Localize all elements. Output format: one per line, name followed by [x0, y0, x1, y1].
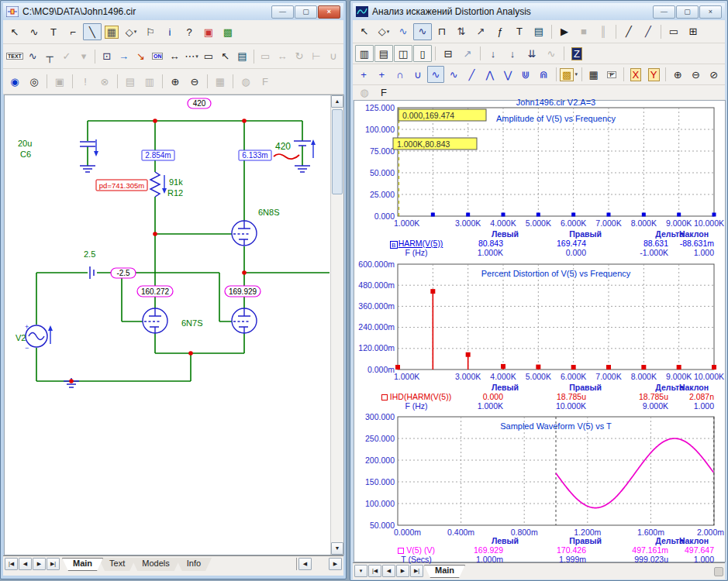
tab-prev-button[interactable]: ◀ [382, 565, 395, 577]
y-range-icon[interactable]: Y [645, 66, 662, 83]
tab-main[interactable]: Main [424, 565, 465, 578]
mode-colors-icon[interactable]: ▩ [219, 23, 237, 40]
low-icon[interactable]: ⋁ [499, 66, 516, 83]
scroll-up-button[interactable]: ▲ [331, 95, 343, 108]
flip-icon[interactable]: ↔ [274, 48, 291, 65]
grid-dots-icon[interactable]: ⋯▾ [183, 48, 199, 65]
wire-mode-icon[interactable]: ∿ [25, 23, 43, 40]
box-region-icon[interactable]: ▦ [211, 73, 229, 90]
line-tool-icon[interactable]: ╲ [83, 23, 102, 40]
repeat-find-icon[interactable]: ◎ [25, 73, 43, 90]
tracker-icon[interactable]: ↗ [458, 45, 477, 62]
zoom-area-icon[interactable]: ⊘ [706, 66, 723, 83]
sphere-icon[interactable]: ◍ [355, 84, 374, 101]
data-points-icon[interactable]: ▦ [585, 66, 602, 83]
cursor-mode-1-icon[interactable]: ↓ [484, 45, 502, 62]
hscroll-right-button[interactable]: ▶ [329, 558, 342, 570]
find-icon[interactable]: ◉ [5, 73, 24, 90]
close-button[interactable]: × [318, 5, 340, 19]
tab-text[interactable]: Text [98, 558, 136, 571]
peak-icon[interactable]: ∩ [391, 66, 408, 83]
close-button[interactable]: × [699, 5, 722, 19]
normalize-z-icon[interactable]: Z [568, 45, 586, 62]
sphere-icon[interactable]: ◍ [236, 73, 255, 90]
step-box-icon[interactable]: ∪ [325, 48, 341, 65]
tube-6n7s-left[interactable] [143, 308, 167, 333]
stop-icon[interactable]: ■ [574, 23, 593, 40]
plot-area[interactable] [398, 417, 714, 525]
tab-prev-button[interactable]: ◀ [19, 558, 32, 570]
pin-state-icon[interactable]: ON [150, 48, 166, 65]
select-tool-icon[interactable]: ↖ [5, 23, 24, 40]
tube-6n8s[interactable] [232, 221, 257, 246]
rotate-icon[interactable]: ↻ [292, 48, 308, 65]
maximize-button[interactable]: ▢ [676, 5, 699, 19]
pin-connections-icon[interactable]: ┬ [42, 48, 58, 65]
cursor-right-icon[interactable]: + [373, 66, 390, 83]
tab-list-button[interactable]: ▾ [354, 565, 367, 577]
global-high-icon[interactable]: ⋒ [535, 66, 552, 83]
current-display-icon[interactable]: → [116, 48, 132, 65]
fourier-icon[interactable]: ƒ [491, 23, 509, 40]
zoom-out-icon[interactable]: ⊖ [687, 66, 704, 83]
select-region-icon[interactable]: ▭ [664, 23, 683, 40]
optimize-icon[interactable]: ↗ [471, 23, 490, 40]
check-icon[interactable]: ✓ [59, 48, 75, 65]
measure-icon[interactable]: ↔ [167, 48, 183, 65]
x-range-icon[interactable]: X [627, 66, 644, 83]
plot-area[interactable] [398, 264, 714, 370]
analysis-window-titlebar[interactable]: Анализ искажений Distortion Analysis — ▢… [353, 3, 725, 20]
plot-area[interactable] [398, 108, 714, 216]
zoom-in-icon[interactable]: ⊕ [669, 66, 686, 83]
flag-tool-icon[interactable]: ⚐ [141, 23, 160, 40]
maximize-button[interactable]: ▢ [295, 5, 317, 19]
find-part-icon[interactable]: ▦ [102, 23, 121, 40]
waveform-cursor-icon[interactable]: ∿ [427, 66, 444, 83]
ortho-wire-icon[interactable]: ⌐ [64, 23, 82, 40]
copy-picture-icon[interactable]: ▤ [121, 73, 140, 90]
properties-icon[interactable]: ▤ [234, 48, 250, 65]
tab-main[interactable]: Main [62, 558, 103, 571]
info-tool-icon[interactable]: i [160, 23, 179, 40]
tab-info[interactable]: Info [176, 558, 212, 571]
toolbox-icon[interactable]: ▩▾ [560, 66, 578, 83]
schematic-window-titlebar[interactable]: C:\MC9\DATA\John1496.cir — ▢ × [3, 3, 343, 20]
tab-next-button[interactable]: ▶ [33, 558, 46, 570]
select-tool-icon[interactable]: ↖ [355, 23, 374, 40]
error-icon[interactable]: ! [76, 73, 95, 90]
panes-split-icon[interactable]: ◫ [394, 45, 412, 62]
stepping-icon[interactable]: ⇅ [452, 23, 471, 40]
paste-picture-icon[interactable]: ▥ [140, 73, 159, 90]
help-mode-icon[interactable]: ? [180, 23, 198, 40]
schematic-vscrollbar[interactable]: ▲ ▼ [330, 95, 343, 555]
schematic-canvas[interactable]: 20u C6 91k R12 6N8S 2.5 6N7S V2 420 + − [5, 96, 329, 555]
clear-error-icon[interactable]: ⊗ [95, 73, 114, 90]
single-pane-icon[interactable]: ⊟ [439, 45, 457, 62]
panes-columns-icon[interactable]: ▯ [413, 45, 432, 62]
label-points-icon[interactable]: 'P' [603, 66, 620, 83]
plot-marker-icon[interactable]: ∿ [25, 48, 41, 65]
minimize-button[interactable]: — [271, 5, 294, 19]
tab-last-button[interactable]: ▶| [47, 558, 60, 570]
tube-6n7s-right[interactable] [232, 308, 257, 333]
tab-last-button[interactable]: ▶| [410, 565, 423, 577]
text-tool-icon[interactable]: T [510, 23, 529, 40]
zoom-out-icon[interactable]: ⊖ [185, 73, 204, 90]
text-mode-icon[interactable]: TEXT [5, 48, 24, 65]
tab-models[interactable]: Models [131, 558, 180, 571]
part-list-icon[interactable]: ◇▾ [122, 23, 140, 40]
tab-first-button[interactable]: |◀ [368, 565, 381, 577]
node-numbers-icon[interactable]: ⊡ [98, 48, 115, 65]
font-icon[interactable]: F [256, 73, 274, 90]
tab-next-button[interactable]: ▶ [396, 565, 409, 577]
data-grid-icon[interactable]: ⊞ [684, 23, 702, 40]
power-display-icon[interactable]: ↘ [133, 48, 149, 65]
slope-icon[interactable]: ╱ [463, 66, 480, 83]
line-mode-icon[interactable]: ╱ [619, 23, 638, 40]
border-icon[interactable]: ▭ [200, 48, 216, 65]
minimize-button[interactable]: — [653, 5, 675, 19]
scroll-down-button[interactable]: ▼ [331, 542, 343, 555]
font-icon[interactable]: F [374, 84, 393, 101]
resistor-r12[interactable] [150, 172, 160, 197]
point-tag-icon[interactable]: ╱ [639, 23, 657, 40]
